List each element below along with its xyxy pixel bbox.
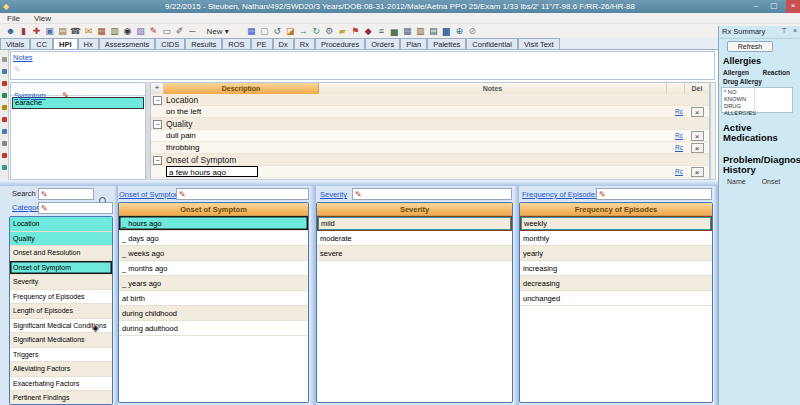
category-input[interactable]: ✎: [38, 202, 113, 214]
frequency-input[interactable]: ✎: [596, 188, 712, 200]
table-row[interactable]: − dull pain Rc ×: [151, 130, 709, 142]
scroll-up-icon[interactable]: ^: [763, 69, 767, 76]
side-strip-icon[interactable]: [2, 129, 7, 134]
list-item[interactable]: Exacerbating Factors: [10, 377, 112, 392]
list-item[interactable]: during childhood: [119, 306, 308, 321]
rc-link[interactable]: Rc: [667, 106, 685, 117]
chart-up-icon[interactable]: ◪: [284, 24, 297, 38]
table-row[interactable]: − a few hours ago Rc ×: [151, 166, 709, 178]
list-item[interactable]: _ days ago: [119, 231, 308, 246]
link-icon[interactable]: ⊘: [466, 24, 479, 38]
side-strip-icon[interactable]: [2, 105, 7, 110]
tab[interactable]: ROS: [222, 38, 250, 49]
tab[interactable]: Assessments: [99, 38, 156, 49]
side-strip-icon[interactable]: [2, 141, 7, 146]
side-strip-icon[interactable]: [2, 81, 7, 86]
list-item[interactable]: Alleviating Factors: [10, 362, 112, 377]
notes-cell[interactable]: [319, 154, 685, 165]
copy-icon[interactable]: ▢: [258, 24, 271, 38]
onset-input[interactable]: ✎: [176, 188, 309, 200]
tab[interactable]: Visit Text: [518, 38, 560, 49]
description-cell[interactable]: Location: [166, 95, 198, 105]
mail-icon[interactable]: ✉: [82, 24, 95, 38]
tab[interactable]: Palettes: [427, 38, 466, 49]
new-dropdown[interactable]: New ▾: [202, 25, 234, 39]
description-cell[interactable]: throbbing: [166, 143, 199, 152]
description-cell[interactable]: Onset of Symptom: [166, 155, 236, 165]
menu-item[interactable]: View: [27, 13, 58, 24]
list-item[interactable]: Location: [10, 217, 112, 232]
table-row[interactable]: − Onset of Symptom: [151, 154, 709, 166]
tab[interactable]: CIDS: [155, 38, 185, 49]
list-item[interactable]: increasing: [520, 261, 712, 276]
patient-icon[interactable]: ☻: [4, 24, 17, 38]
tab[interactable]: PE: [251, 38, 273, 49]
tab[interactable]: CC: [30, 38, 53, 49]
notes-column-header[interactable]: Notes: [319, 83, 667, 94]
table-icon[interactable]: ▥: [414, 24, 427, 38]
list-item[interactable]: _ months ago: [119, 261, 308, 276]
columns-icon[interactable]: ▤: [427, 24, 440, 38]
list-item[interactable]: weekly: [520, 216, 712, 231]
folder-icon[interactable]: ▰: [336, 24, 349, 38]
table-row[interactable]: − Quality: [151, 118, 709, 130]
table-scrollbar[interactable]: [710, 82, 716, 180]
list-item[interactable]: during adulthood: [119, 321, 308, 336]
collapse-icon[interactable]: −: [153, 96, 162, 105]
pencil-icon[interactable]: ✎: [147, 24, 160, 38]
grid-icon[interactable]: ▦: [401, 24, 414, 38]
description-cell[interactable]: Quality: [166, 119, 192, 129]
clipboard-icon[interactable]: ▥: [108, 24, 121, 38]
image-icon[interactable]: ▧: [134, 24, 147, 38]
list-item[interactable]: Significant Medications: [10, 333, 112, 348]
list-item[interactable]: moderate: [317, 231, 512, 246]
list-icon[interactable]: ≡: [375, 24, 388, 38]
tab[interactable]: Vitals: [0, 38, 30, 49]
notes-cell[interactable]: [319, 94, 685, 105]
labs-icon[interactable]: ▤: [56, 24, 69, 38]
list-item[interactable]: Onset and Resolution: [10, 246, 112, 261]
notes-cell[interactable]: [319, 130, 667, 141]
tab[interactable]: Plan: [400, 38, 427, 49]
side-strip-icon[interactable]: [2, 153, 7, 158]
save-icon[interactable]: ▦: [245, 24, 258, 38]
printer-icon[interactable]: ▆: [440, 24, 453, 38]
list-item[interactable]: _ years ago: [119, 276, 308, 291]
tab[interactable]: HPI: [53, 38, 78, 49]
side-strip-icon[interactable]: [2, 57, 7, 62]
description-cell[interactable]: a few hours ago: [166, 166, 258, 177]
table-row[interactable]: − Location: [151, 94, 709, 106]
search-input[interactable]: ✎: [38, 188, 94, 200]
collapse-icon[interactable]: −: [153, 156, 162, 165]
stats-icon[interactable]: ▅: [388, 24, 401, 38]
delete-button[interactable]: ×: [691, 143, 704, 153]
rc-link[interactable]: Rc: [667, 130, 685, 141]
refresh-icon[interactable]: ↻: [310, 24, 323, 38]
minimize-button[interactable]: –: [748, 0, 764, 12]
description-cell[interactable]: dull pain: [166, 131, 196, 140]
side-strip-icon[interactable]: [2, 117, 7, 122]
drop-icon[interactable]: ◆: [362, 24, 375, 38]
notes-cell[interactable]: [319, 118, 685, 129]
undo-icon[interactable]: ↺: [271, 24, 284, 38]
list-item[interactable]: mild: [317, 216, 512, 231]
eraser-icon[interactable]: ▭: [160, 24, 173, 38]
frequency-link[interactable]: Frequency of Episodes: [522, 190, 599, 199]
close-button[interactable]: ×: [786, 0, 800, 13]
side-strip-icon[interactable]: [2, 93, 7, 98]
expand-column-header[interactable]: +: [151, 83, 164, 94]
notes-link[interactable]: Notes: [13, 53, 33, 62]
list-item[interactable]: unchanged: [520, 291, 712, 306]
symptom-item[interactable]: earache: [12, 97, 144, 109]
vitals-icon[interactable]: ✚: [30, 24, 43, 38]
list-item[interactable]: Length of Episodes: [10, 304, 112, 319]
close-icon[interactable]: ×: [793, 27, 797, 34]
gear-icon[interactable]: ⚙: [323, 24, 336, 38]
delete-button[interactable]: ×: [691, 107, 704, 117]
table-row[interactable]: − throbbing Rc ×: [151, 142, 709, 154]
list-item[interactable]: monthly: [520, 231, 712, 246]
notes-cell[interactable]: [319, 106, 667, 117]
restore-button[interactable]: ▢: [766, 0, 782, 12]
rc-link[interactable]: Rc: [667, 142, 685, 153]
side-strip-icon[interactable]: [2, 165, 7, 170]
